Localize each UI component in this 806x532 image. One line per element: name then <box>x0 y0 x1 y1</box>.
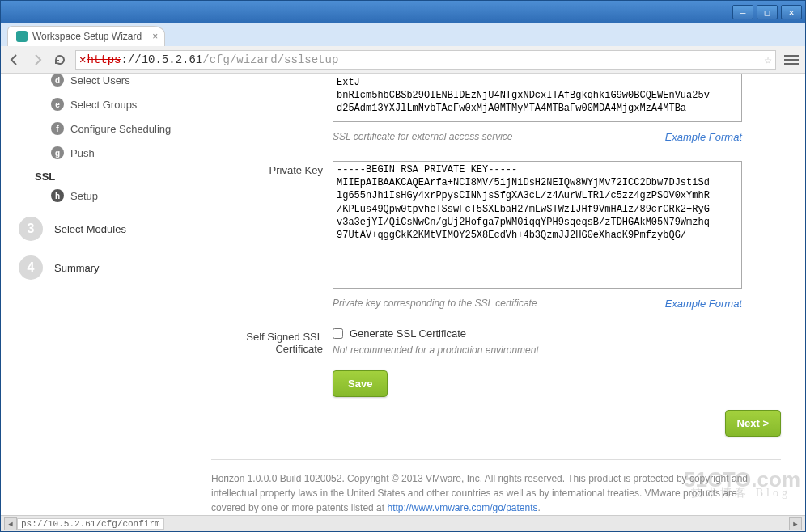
footer-text: Horizon 1.0.0.0 Build 1020052. Copyright… <box>211 471 781 515</box>
bookmark-icon[interactable]: ☆ <box>764 52 772 68</box>
generate-ssl-label: Generate SSL Certificate <box>350 327 466 340</box>
chrome-menu-button[interactable] <box>784 53 799 67</box>
reload-button[interactable] <box>53 53 67 67</box>
address-bar: ✕https://10.5.2.61/cfg/wizard/sslsetup ☆ <box>1 46 805 74</box>
step-label: Select Groups <box>70 99 137 111</box>
generate-ssl-checkbox[interactable] <box>333 328 343 339</box>
url-path: /cfg/wizard/sslsetup <box>202 53 338 66</box>
step-label: Configure Scheduling <box>70 123 171 135</box>
step-label: Setup <box>70 190 98 202</box>
step-bullet: h <box>51 189 64 202</box>
url-scheme: https <box>87 53 121 66</box>
url-input[interactable]: ✕https://10.5.2.61/cfg/wizard/sslsetup ☆ <box>75 50 776 70</box>
cert-example-link[interactable]: Example Format <box>665 131 742 143</box>
step-bullet: g <box>51 146 64 159</box>
sidebar-item-select-users[interactable]: d Select Users <box>51 74 180 87</box>
step-bullet: d <box>51 74 64 87</box>
sidebar-step-select-modules[interactable]: 3 Select Modules <box>19 217 180 241</box>
back-button[interactable] <box>7 53 22 67</box>
browser-tab[interactable]: Workspace Setup Wizard × <box>7 26 165 46</box>
sidebar-item-select-groups[interactable]: e Select Groups <box>51 98 180 111</box>
step-label: Summary <box>54 262 100 274</box>
titlebar: — □ ✕ <box>1 1 805 23</box>
private-key-textarea[interactable] <box>333 161 742 289</box>
sidebar-step-summary[interactable]: 4 Summary <box>19 255 180 280</box>
key-hint: Private key corresponding to the SSL cer… <box>333 298 537 310</box>
step-bullet: e <box>51 98 64 111</box>
selfsigned-label: Self Signed SSL Certificate <box>211 327 333 355</box>
scroll-right-icon[interactable]: ► <box>789 517 802 530</box>
scroll-left-icon[interactable]: ◄ <box>4 517 17 530</box>
tab-title: Workspace Setup Wizard <box>32 31 142 42</box>
key-example-link[interactable]: Example Format <box>665 298 742 310</box>
tab-bar: Workspace Setup Wizard × <box>1 23 805 46</box>
close-button[interactable]: ✕ <box>781 5 802 19</box>
form-area: SSL certificate for external access serv… <box>211 74 781 515</box>
cert-hint: SSL certificate for external access serv… <box>333 131 513 143</box>
step-label: Push <box>70 147 95 159</box>
step-label: Select Modules <box>54 223 126 235</box>
sidebar-item-ssl-setup[interactable]: h Setup <box>51 189 180 202</box>
step-number: 4 <box>19 255 43 280</box>
selfsigned-hint: Not recommended for a production environ… <box>333 344 781 356</box>
wizard-sidebar: d Select Users e Select Groups f Configu… <box>19 74 180 280</box>
step-number: 3 <box>19 217 43 241</box>
footer-divider <box>211 459 781 460</box>
ssl-heading: SSL <box>35 171 180 183</box>
step-bullet: f <box>51 122 64 135</box>
tab-close-icon[interactable]: × <box>152 31 158 42</box>
status-bar: ◄ ps://10.5.2.61/cfg/confirm ► <box>1 515 805 531</box>
maximize-button[interactable]: □ <box>757 5 778 19</box>
minimize-button[interactable]: — <box>732 5 753 19</box>
favicon-icon <box>16 31 28 42</box>
private-key-label: Private Key <box>211 161 333 176</box>
patents-link[interactable]: http://www.vmware.com/go/patents <box>387 502 537 513</box>
sidebar-item-configure-scheduling[interactable]: f Configure Scheduling <box>51 122 180 135</box>
save-button[interactable]: Save <box>333 370 388 397</box>
step-label: Select Users <box>70 74 130 87</box>
insecure-icon: ✕ <box>79 53 86 66</box>
url-host: ://10.5.2.61 <box>121 53 202 66</box>
sidebar-item-push[interactable]: g Push <box>51 146 180 159</box>
status-url: ps://10.5.2.61/cfg/confirm <box>17 518 164 530</box>
next-button[interactable]: Next > <box>725 410 781 437</box>
ssl-cert-textarea[interactable] <box>333 74 742 122</box>
forward-button[interactable] <box>30 53 45 67</box>
